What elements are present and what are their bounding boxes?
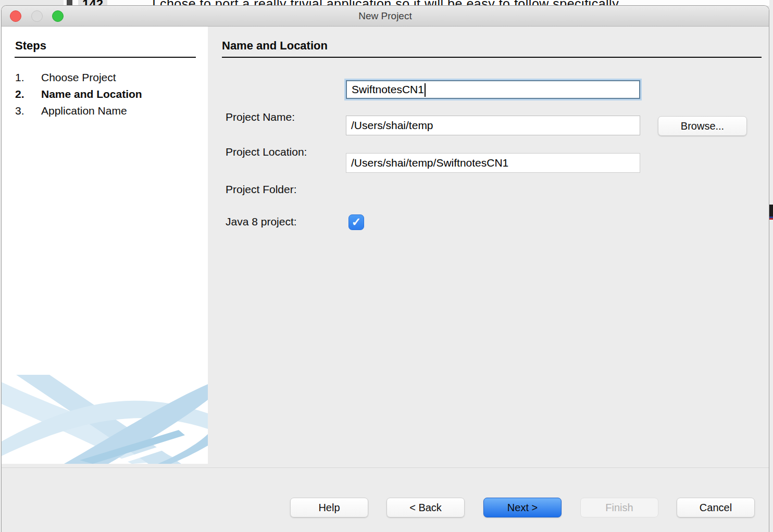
step-application-name: 3. Application Name xyxy=(15,103,142,119)
project-name-label: Project Name: xyxy=(226,111,295,123)
java8-label: Java 8 project: xyxy=(226,216,297,228)
new-project-dialog: New Project Steps 1. Choose Project 2. N… xyxy=(1,5,769,532)
steps-heading: Steps xyxy=(15,39,46,53)
back-button[interactable]: < Back xyxy=(386,498,465,517)
panel-heading-rule xyxy=(222,57,762,58)
project-location-label: Project Location: xyxy=(226,146,307,158)
step-number: 3. xyxy=(15,105,41,117)
panel-heading: Name and Location xyxy=(222,39,328,53)
footer-separator xyxy=(2,467,769,468)
step-number: 2. xyxy=(15,88,41,100)
step-label: Name and Location xyxy=(41,88,142,100)
browse-button[interactable]: Browse... xyxy=(658,116,747,136)
help-button[interactable]: Help xyxy=(290,498,368,517)
next-button[interactable]: Next > xyxy=(483,498,562,517)
step-number: 1. xyxy=(15,71,41,84)
steps-sidebar: Steps 1. Choose Project 2. Name and Loca… xyxy=(2,27,208,464)
finish-button: Finish xyxy=(580,498,658,517)
background-right-strip xyxy=(769,0,773,532)
project-folder-label: Project Folder: xyxy=(226,183,297,196)
text-cursor xyxy=(425,83,426,97)
step-name-and-location: 2. Name and Location xyxy=(15,86,142,103)
title-bar[interactable]: New Project xyxy=(2,6,769,27)
window-title: New Project xyxy=(2,6,769,27)
project-location-input[interactable]: /Users/shai/temp xyxy=(346,116,640,135)
java8-checkbox[interactable]: ✓ xyxy=(348,214,364,230)
steps-list: 1. Choose Project 2. Name and Location 3… xyxy=(15,69,142,119)
background-artifact-red xyxy=(769,218,773,220)
step-choose-project: 1. Choose Project xyxy=(15,69,142,86)
project-folder-input[interactable]: /Users/shai/temp/SwiftnotesCN1 xyxy=(346,153,640,173)
steps-heading-rule xyxy=(15,57,196,58)
step-label: Application Name xyxy=(41,105,127,117)
cancel-button[interactable]: Cancel xyxy=(677,498,755,517)
netbeans-swoosh-watermark xyxy=(2,373,208,464)
project-name-input[interactable]: SwiftnotesCN1 xyxy=(346,80,640,99)
step-label: Choose Project xyxy=(41,71,116,84)
checkmark-icon: ✓ xyxy=(352,216,361,229)
name-location-panel: Name and Location Project Name: Swiftnot… xyxy=(208,27,769,468)
